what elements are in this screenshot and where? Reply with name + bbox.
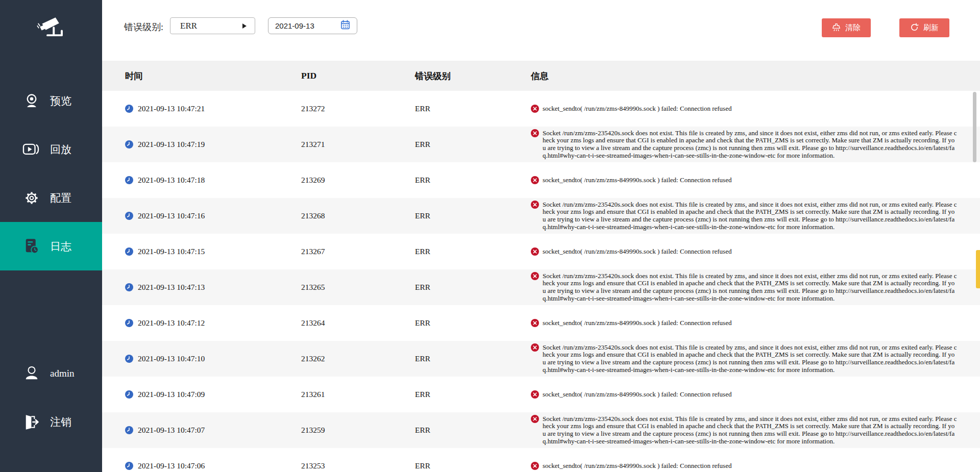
row-message: Socket /run/zm/zms-235420s.sock does not… [543,201,957,231]
sidebar-item-preview[interactable]: 预览 [0,77,102,125]
user-icon [21,363,42,384]
main-content: 错误级别: ERR 2021-09-13 [102,0,980,472]
username: admin [50,368,75,379]
row-time: 2021-09-13 10:47:12 [138,318,205,328]
row-message: Socket /run/zm/zms-235420s.sock does not… [543,344,957,374]
row-pid: 213262 [301,354,415,363]
sidebar-item-playback[interactable]: 回放 [0,125,102,173]
table-row: 2021-09-13 10:47:09 213261 ERR socket_se… [102,377,980,412]
refresh-button[interactable]: 刷新 [899,18,949,37]
sidebar-item-label: 注销 [50,415,71,429]
column-header-level: 错误级别 [415,70,531,82]
row-time: 2021-09-13 10:47:13 [138,283,205,292]
table-row: 2021-09-13 10:47:19 213271 ERR Socket /r… [102,127,980,162]
row-message: Socket /run/zm/zms-235420s.sock does not… [543,415,957,445]
row-level: ERR [415,211,531,220]
sidebar-item-label: 回放 [50,142,71,157]
error-icon [531,390,539,399]
webcam-icon [21,91,42,111]
row-message: Socket /run/zm/zms-235420s.sock does not… [543,272,957,302]
sidebar-bottom-pad [0,446,102,472]
date-picker[interactable]: 2021-09-13 [268,17,357,34]
column-header-message: 信息 [531,70,957,82]
row-level: ERR [415,176,531,185]
row-time: 2021-09-13 10:47:06 [138,461,205,470]
row-message: Socket /run/zm/zms-235420s.sock does not… [543,130,957,159]
sidebar: 预览 回放 配置 [0,0,102,472]
error-level-select[interactable]: ERR [170,17,255,34]
row-pid: 213261 [301,390,415,399]
row-level: ERR [415,140,531,149]
sidebar-item-label: 配置 [50,191,71,205]
table-row: 2021-09-13 10:47:15 213267 ERR socket_se… [102,234,980,269]
row-message: socket_sendto( /run/zm/zms-849990s.sock … [543,248,731,256]
clock-icon [125,426,133,434]
table-row: 2021-09-13 10:47:12 213264 ERR socket_se… [102,305,980,341]
row-time: 2021-09-13 10:47:19 [138,140,205,149]
row-message: socket_sendto( /run/zm/zms-849990s.sock … [543,105,731,113]
error-icon [531,415,539,423]
sidebar-item-label: 预览 [50,94,71,108]
row-time: 2021-09-13 10:47:18 [138,176,205,185]
error-level-value: ERR [180,21,197,31]
row-time: 2021-09-13 10:47:16 [138,211,205,220]
row-pid: 213271 [301,140,415,149]
error-icon [531,201,539,209]
log-table-header: 时间 PID 错误级别 信息 [102,61,980,91]
row-pid: 213272 [301,104,415,113]
clock-icon [125,319,133,327]
error-icon [531,129,539,137]
row-level: ERR [415,461,531,470]
error-icon [531,462,539,470]
sidebar-item-label: 日志 [50,239,71,254]
clear-button-label: 清除 [845,23,861,33]
row-time: 2021-09-13 10:47:09 [138,390,205,399]
row-level: ERR [415,390,531,399]
playback-icon [21,139,42,160]
row-time: 2021-09-13 10:47:21 [138,104,205,113]
error-icon [531,176,539,184]
row-level: ERR [415,426,531,435]
cctv-camera-icon [37,13,65,46]
triangle-right-icon [242,23,247,29]
row-pid: 213265 [301,283,415,292]
refresh-icon [910,23,919,33]
calendar-icon [340,20,350,32]
sidebar-item-logout[interactable]: 注销 [0,398,102,446]
brush-icon [832,23,841,33]
row-pid: 213264 [301,318,415,328]
scrollbar-thumb[interactable] [973,92,976,162]
row-pid: 213267 [301,247,415,256]
sidebar-item-config[interactable]: 配置 [0,173,102,222]
row-level: ERR [415,283,531,292]
error-icon [531,105,539,113]
sidebar-item-logs[interactable]: 日志 [0,222,102,270]
row-time: 2021-09-13 10:47:07 [138,426,205,435]
table-row: 2021-09-13 10:47:21 213272 ERR socket_se… [102,91,980,127]
table-row: 2021-09-13 10:47:06 213253 ERR socket_se… [102,448,980,472]
edge-widget-tab[interactable] [976,250,980,288]
row-level: ERR [415,247,531,256]
table-row: 2021-09-13 10:47:07 213259 ERR Socket /r… [102,412,980,448]
clock-icon [125,462,133,470]
error-icon [531,272,539,280]
clock-icon [125,140,133,148]
toolbar: 错误级别: ERR 2021-09-13 [102,0,980,61]
row-message: socket_sendto( /run/zm/zms-849990s.sock … [543,462,731,470]
sidebar-spacer [0,270,102,349]
refresh-button-label: 刷新 [923,23,939,33]
row-level: ERR [415,318,531,328]
error-icon [531,319,539,327]
sidebar-user: admin [0,349,102,398]
clear-button[interactable]: 清除 [822,18,871,37]
row-message: socket_sendto( /run/zm/zms-849990s.sock … [543,177,731,184]
error-icon [531,343,539,352]
row-message: socket_sendto( /run/zm/zms-849990s.sock … [543,319,731,327]
row-level: ERR [415,354,531,363]
row-pid: 213268 [301,211,415,220]
clock-icon [125,176,133,184]
row-pid: 213269 [301,176,415,185]
column-header-pid: PID [301,70,415,81]
clock-icon [125,212,133,220]
clock-icon [125,355,133,363]
